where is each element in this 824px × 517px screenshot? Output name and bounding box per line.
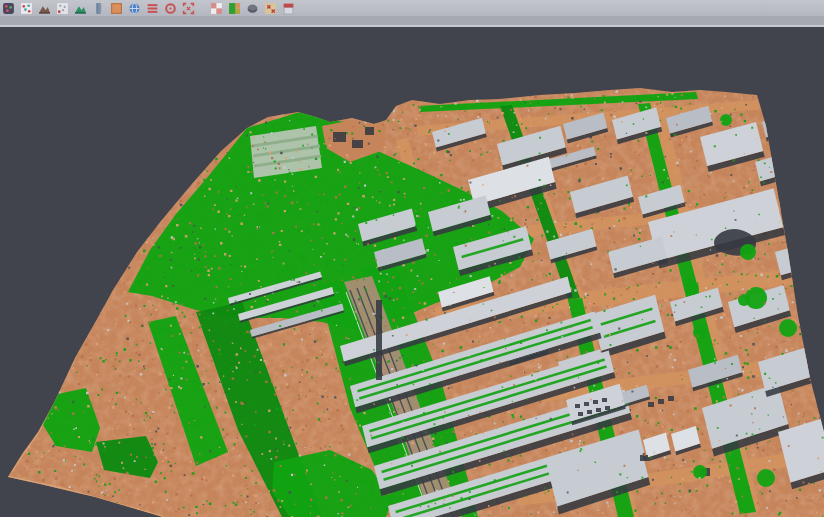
terrain-icon[interactable] [38, 2, 51, 15]
point-cloud-icon[interactable] [2, 2, 15, 15]
profile-icon[interactable] [92, 2, 105, 15]
mesh-icon[interactable] [246, 2, 259, 15]
3d-viewport[interactable] [0, 27, 824, 517]
dem-hill-icon[interactable] [74, 2, 87, 15]
classification-colors-icon[interactable] [228, 2, 241, 15]
toolbar-icon-row [0, 0, 824, 16]
checker-icon[interactable] [210, 2, 223, 15]
toolbar-lower-strip [0, 16, 824, 25]
validation-icon[interactable] [264, 2, 277, 15]
point-cloud-scene [0, 27, 824, 517]
application-window [0, 0, 824, 517]
main-toolbar [0, 0, 824, 27]
ortho-icon[interactable] [110, 2, 123, 15]
sections-icon[interactable] [146, 2, 159, 15]
sparse-points-icon[interactable] [56, 2, 69, 15]
clip-box-icon[interactable] [182, 2, 195, 15]
measure-icon[interactable] [282, 2, 295, 15]
target-icon[interactable] [164, 2, 177, 15]
globe-icon[interactable] [128, 2, 141, 15]
scatter-points-icon[interactable] [20, 2, 33, 15]
